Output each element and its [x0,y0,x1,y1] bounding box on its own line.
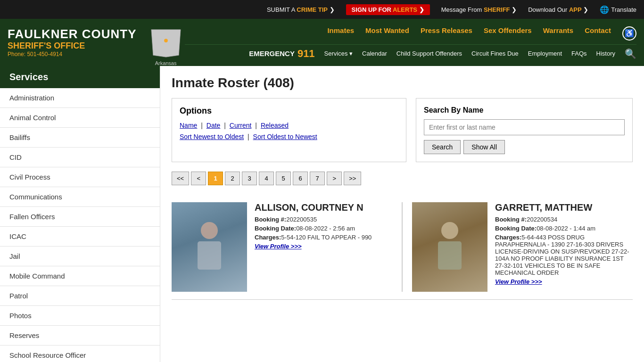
sub-employment[interactable]: Employment [528,50,562,57]
sidebar-item-animal-control[interactable]: Animal Control [0,108,160,128]
nav-inmates[interactable]: Inmates [327,26,354,41]
inmate-name-garrett: GARRETT, MATTHEW [495,202,633,213]
inmate-card-garrett: GARRETT, MATTHEW Booking #:202200534 Boo… [412,202,633,292]
options-sort: Sort Newest to Oldest | Sort Oldest to N… [180,133,398,140]
sidebar-item-civil-process[interactable]: Civil Process [0,167,160,187]
nav-warrants[interactable]: Warrants [543,26,573,41]
page-1[interactable]: 1 [208,172,223,185]
svg-point-4 [441,222,458,239]
inmate-charges-allison: Charges:5-54-120 FAIL TO APPEAR - 990 [255,234,392,241]
sort-newest[interactable]: Sort Newest to Oldest [180,133,244,140]
inmate-divider [402,202,403,292]
page-prev[interactable]: < [191,172,206,185]
sidebar-item-cid[interactable]: CID [0,148,160,167]
page-layout: Services Administration Animal Control B… [0,66,644,362]
accessibility-button[interactable]: ♿ [622,26,636,41]
emergency-number: 911 [297,48,315,60]
filter-date[interactable]: Date [206,122,221,129]
svg-point-2 [201,222,218,239]
sign-up-alerts-link[interactable]: SIGN UP FOR ALERTS ❯ [346,4,430,15]
page-3[interactable]: 3 [242,172,257,185]
sub-child-support[interactable]: Child Support Offenders [396,50,462,57]
page-2[interactable]: 2 [225,172,240,185]
brand-name: FAULKNER COUNTY [8,27,137,41]
alert-bar: SUBMIT A CRIME TIP ❯ SIGN UP FOR ALERTS … [0,0,644,19]
filter-name[interactable]: Name [180,122,197,129]
emergency-label: EMERGENCY [249,49,295,58]
inmate-booking-date-garrett: Booking Date:08-08-2022 - 1:44 am [495,225,633,232]
search-icon[interactable]: 🔍 [625,48,636,59]
page-6[interactable]: 6 [293,172,308,185]
sidebar-header: Services [0,66,160,88]
search-input[interactable] [424,119,625,135]
search-box: Search By Name Search Show All [416,98,633,162]
sub-services[interactable]: Services ▾ [324,50,353,57]
sub-calendar[interactable]: Calendar [362,50,387,57]
inmate-photo-allison [172,202,247,292]
page-last[interactable]: >> [344,172,361,185]
search-title: Search By Name [424,106,625,115]
page-5[interactable]: 5 [276,172,291,185]
search-button[interactable]: Search [424,140,461,154]
emergency-box: EMERGENCY 911 [249,48,314,60]
page-4[interactable]: 4 [259,172,274,185]
page-first[interactable]: << [172,172,189,185]
view-profile-allison[interactable]: View Profile >>> [255,243,392,250]
sidebar-item-bailiffs[interactable]: Bailiffs [0,128,160,148]
sub-circuit-fines[interactable]: Circuit Fines Due [471,50,519,57]
arkansas-label: Arkansas [147,60,185,66]
inmate-card-allison: ALLISON, COURTNEY N Booking #:202200535 … [172,202,392,292]
brand-phone: Phone: 501-450-4914 [8,51,137,58]
translate-link[interactable]: 🌐 Translate [600,5,636,14]
main-nav: Inmates Most Wanted Press Releases Sex O… [185,23,636,45]
svg-point-1 [164,39,168,42]
sidebar-item-mobile-command[interactable]: Mobile Command [0,266,160,286]
sub-history[interactable]: History [596,50,615,57]
page-7[interactable]: 7 [310,172,325,185]
download-app-link[interactable]: Download Our APP ❯ [528,6,588,13]
show-all-button[interactable]: Show All [463,140,505,154]
view-profile-garrett[interactable]: View Profile >>> [495,278,633,285]
nav-contact[interactable]: Contact [585,26,611,41]
brand-sub: SHERIFF'S OFFICE [8,41,137,51]
sidebar-item-fallen-officers[interactable]: Fallen Officers [0,207,160,227]
filter-current[interactable]: Current [230,122,252,129]
inmate-booking-num-garrett: Booking #:202200534 [495,216,633,223]
inmates-row-1: ALLISON, COURTNEY N Booking #:202200535 … [172,195,633,300]
brand-text: FAULKNER COUNTY SHERIFF'S OFFICE Phone: … [8,27,137,58]
nav-most-wanted[interactable]: Most Wanted [365,26,409,41]
svg-rect-5 [438,241,462,270]
brand: FAULKNER COUNTY SHERIFF'S OFFICE Phone: … [8,26,185,59]
page-title: Inmate Roster (408) [172,75,633,90]
arkansas-map: Arkansas [147,26,185,59]
globe-icon: 🌐 [600,5,609,14]
sidebar-item-communications[interactable]: Communications [0,187,160,207]
person-silhouette [190,219,228,275]
phone-number: 501-450-4914 [27,51,62,58]
inmate-info-garrett: GARRETT, MATTHEW Booking #:202200534 Boo… [495,202,633,292]
person-silhouette-2 [431,219,469,275]
inmate-booking-num-allison: Booking #:202200535 [255,216,392,223]
options-box: Options Name | Date | Current | Released… [172,98,406,162]
inmate-photo-garrett [412,202,487,292]
sheriff-message-link[interactable]: Message From SHERIFF ❯ [441,6,517,13]
sidebar-item-jail[interactable]: Jail [0,247,160,266]
sidebar-item-administration[interactable]: Administration [0,88,160,108]
options-links: Name | Date | Current | Released [180,122,398,129]
options-title: Options [180,106,398,116]
filter-released[interactable]: Released [261,122,289,129]
sidebar-item-patrol[interactable]: Patrol [0,286,160,306]
sub-faqs[interactable]: FAQs [571,50,587,57]
nav-press-releases[interactable]: Press Releases [421,26,472,41]
crime-tip-link[interactable]: SUBMIT A CRIME TIP ❯ [267,6,335,13]
search-buttons: Search Show All [424,140,625,154]
sidebar-item-school-resource[interactable]: School Resource Officer [0,346,160,362]
sidebar-item-photos[interactable]: Photos [0,306,160,326]
inmate-info-allison: ALLISON, COURTNEY N Booking #:202200535 … [255,202,392,292]
sidebar-item-icac[interactable]: ICAC [0,227,160,247]
sort-oldest[interactable]: Sort Oldest to Newest [253,133,317,140]
page-next[interactable]: > [327,172,342,185]
nav-sex-offenders[interactable]: Sex Offenders [484,26,532,41]
sidebar-item-reserves[interactable]: Reserves [0,326,160,346]
translate-label: Translate [611,6,636,13]
